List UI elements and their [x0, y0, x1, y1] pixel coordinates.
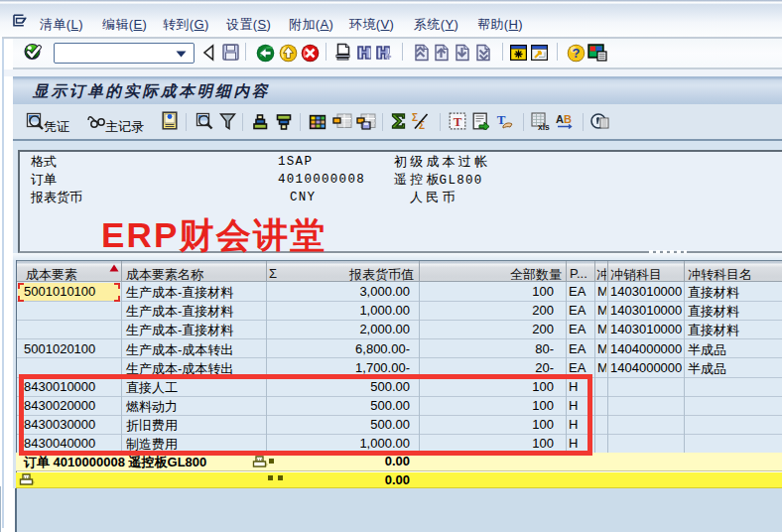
- svg-text:Σ: Σ: [412, 112, 418, 123]
- svg-text:?: ?: [573, 46, 581, 61]
- svg-text:B: B: [564, 113, 572, 125]
- svg-text:A: A: [556, 113, 564, 125]
- svg-text:T: T: [454, 114, 462, 129]
- svg-text:xls: xls: [538, 122, 550, 131]
